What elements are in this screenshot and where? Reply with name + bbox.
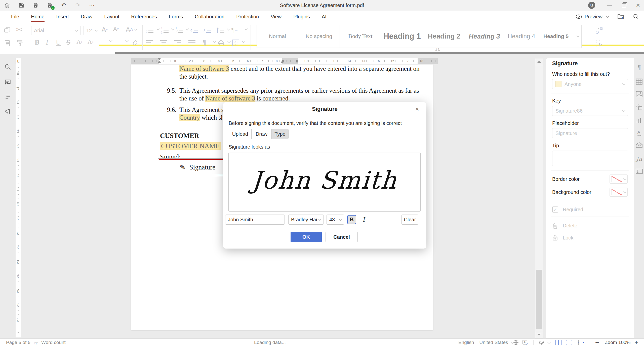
style-heading-5[interactable]: Heading 5 <box>539 25 573 48</box>
menu-ai[interactable]: AI <box>322 11 327 23</box>
scrollbar-thumb[interactable] <box>536 270 542 329</box>
line-spacing-arrow[interactable] <box>226 29 230 30</box>
subscript-icon[interactable]: A1 <box>88 38 94 45</box>
paste-icon[interactable] <box>4 39 11 47</box>
clear-formatting-icon[interactable] <box>131 39 139 46</box>
style-heading-4[interactable]: Heading 4 <box>504 25 539 48</box>
menu-plugins[interactable]: Plugins <box>293 11 310 23</box>
highlight-color-arrow[interactable] <box>108 40 112 42</box>
change-case-icon[interactable]: AA <box>126 26 137 33</box>
word-count-button[interactable]: 12 Word count <box>34 339 66 346</box>
paragraph-direction-arrow[interactable] <box>244 29 247 30</box>
align-justify-icon[interactable] <box>188 40 196 46</box>
numbered-list-icon[interactable]: 12 <box>161 27 169 34</box>
borders-arrow[interactable] <box>241 41 245 43</box>
language-selector[interactable]: English – United States <box>458 339 514 346</box>
paragraph-direction-icon[interactable]: ¶→ <box>231 26 238 34</box>
menu-forms[interactable]: Forms <box>169 11 183 23</box>
increase-indent-icon[interactable] <box>203 27 211 34</box>
lock-field-button[interactable]: Lock <box>552 234 628 241</box>
menu-collaboration[interactable]: Collaboration <box>195 11 224 23</box>
styles-gallery-arrow[interactable] <box>573 25 581 48</box>
signature-size-select[interactable]: 48 <box>327 215 344 225</box>
zoom-out-button[interactable]: − <box>595 339 599 346</box>
preview-button[interactable]: Preview <box>576 14 609 20</box>
scroll-up-arrow[interactable] <box>535 58 543 65</box>
who-select[interactable]: Anyone <box>552 79 628 89</box>
signature-settings-icon[interactable]: Jn <box>635 154 643 163</box>
vertical-scrollbar[interactable] <box>535 58 543 338</box>
font-color-arrow[interactable] <box>124 40 128 42</box>
tip-input[interactable] <box>552 151 628 166</box>
page-indicator[interactable]: Page 5 of 5 <box>6 339 30 346</box>
close-window-button[interactable]: × <box>631 0 644 11</box>
align-left-icon[interactable] <box>146 40 153 46</box>
tab-stop-selector[interactable]: L <box>16 58 21 64</box>
zoom-in-button[interactable]: + <box>634 339 638 346</box>
menu-references[interactable]: References <box>131 11 157 23</box>
increase-font-size-icon[interactable]: A˄ <box>102 26 108 33</box>
placeholder-input[interactable]: Signature <box>552 128 628 138</box>
fit-width-icon[interactable] <box>578 339 584 346</box>
image-settings-icon[interactable] <box>635 90 643 98</box>
style-heading-3[interactable]: Heading 3 <box>465 25 504 48</box>
track-changes-icon[interactable] <box>538 339 550 346</box>
font-name-select[interactable]: Arial <box>31 26 80 35</box>
menu-draw[interactable]: Draw <box>81 11 93 23</box>
cut-icon[interactable]: ✂ <box>16 25 22 34</box>
copy-icon[interactable] <box>4 26 11 34</box>
menu-insert[interactable]: Insert <box>56 11 69 23</box>
clear-button[interactable]: Clear <box>401 215 418 225</box>
format-painter-icon[interactable] <box>16 39 24 47</box>
style-normal[interactable]: Normal <box>257 25 298 48</box>
shading-icon[interactable] <box>217 39 225 46</box>
hanging-indent-marker[interactable] <box>157 61 161 63</box>
strikethrough-icon[interactable]: S <box>66 38 70 46</box>
two-page-view-icon[interactable] <box>555 339 562 346</box>
tab-draw[interactable]: Draw <box>252 129 272 139</box>
avatar[interactable]: U <box>588 2 595 9</box>
decrease-font-size-icon[interactable]: A˅ <box>113 26 119 32</box>
cancel-button[interactable]: Cancel <box>326 232 358 242</box>
table-column-marker[interactable] <box>296 60 298 62</box>
maximize-button[interactable] <box>617 0 631 11</box>
paragraph-marks-arrow[interactable] <box>212 41 216 43</box>
style-heading-2[interactable]: Heading 2 <box>423 25 465 48</box>
background-color-select[interactable] <box>610 188 628 197</box>
table-column-marker[interactable] <box>282 60 284 62</box>
menu-layout[interactable]: Layout <box>104 11 119 23</box>
shading-arrow[interactable] <box>226 41 230 43</box>
text-field-settings-icon[interactable] <box>635 167 643 176</box>
decrease-indent-icon[interactable] <box>190 27 198 34</box>
italic-icon[interactable]: I <box>46 38 48 46</box>
menu-file[interactable]: File <box>11 11 19 23</box>
dialog-close-icon[interactable]: × <box>413 105 421 113</box>
minimize-button[interactable]: — <box>602 0 616 11</box>
align-center-icon[interactable] <box>160 40 168 46</box>
headings-panel-icon[interactable] <box>3 92 13 101</box>
feedback-icon[interactable] <box>3 107 13 116</box>
style-heading-1[interactable]: Heading 1 <box>381 25 423 48</box>
tab-upload[interactable]: Upload <box>229 129 252 139</box>
menu-protection[interactable]: Protection <box>236 11 259 23</box>
signature-bold-button[interactable]: B <box>347 215 356 224</box>
tab-type[interactable]: Type <box>272 129 288 139</box>
required-checkbox-row[interactable]: ✓ Required <box>552 206 628 213</box>
set-language-icon[interactable] <box>513 339 519 346</box>
ok-button[interactable]: OK <box>291 232 322 242</box>
signature-italic-button[interactable]: I <box>360 215 368 224</box>
first-line-indent-marker[interactable] <box>157 58 161 60</box>
signature-name-input[interactable]: John Smith <box>225 215 285 225</box>
zoom-level[interactable]: Zoom 100% <box>605 339 630 346</box>
select-all-icon[interactable] <box>595 40 603 48</box>
find-panel-icon[interactable] <box>3 62 13 72</box>
open-file-location-icon[interactable] <box>617 14 624 20</box>
key-select[interactable]: Signature86 <box>552 106 628 116</box>
border-color-select[interactable] <box>610 175 628 184</box>
mail-merge-icon[interactable] <box>635 141 643 149</box>
scroll-down-arrow[interactable] <box>535 331 543 338</box>
comments-panel-icon[interactable] <box>3 77 13 87</box>
multilevel-list-arrow[interactable] <box>185 29 188 30</box>
underline-icon[interactable]: U <box>56 38 61 46</box>
paragraph-settings-icon[interactable]: ¶ <box>635 63 643 72</box>
